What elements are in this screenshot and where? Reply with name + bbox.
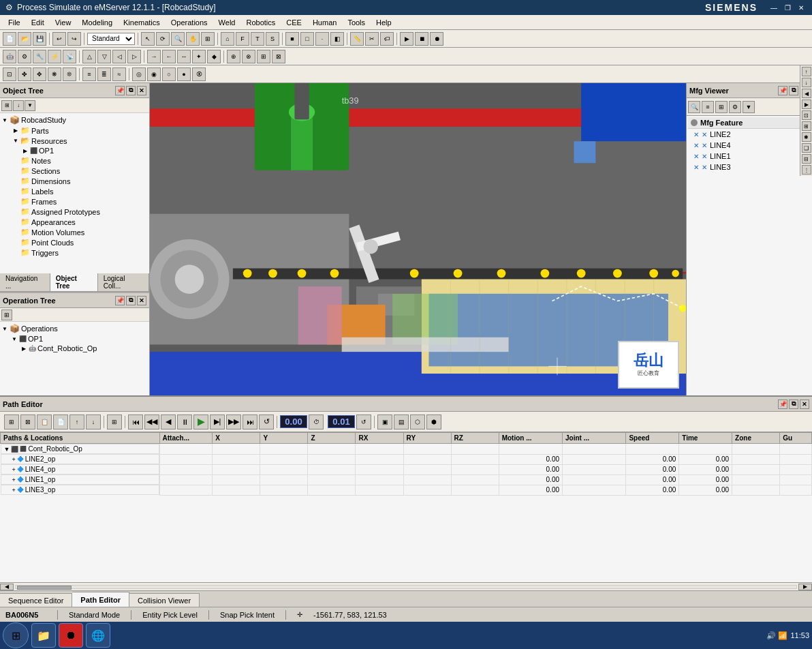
op-tree-float-btn[interactable]: ⧉ bbox=[126, 296, 136, 305]
measure-btn[interactable]: 📏 bbox=[350, 32, 364, 46]
menu-cee[interactable]: CEE bbox=[281, 17, 307, 28]
sim-btn4[interactable]: ▷ bbox=[127, 50, 141, 63]
menu-help[interactable]: Help bbox=[371, 17, 397, 28]
menu-kinematics[interactable]: Kinematics bbox=[118, 17, 166, 28]
toggle-robcadstudy[interactable]: ▼ bbox=[1, 117, 8, 123]
mode-dropdown[interactable]: Standard bbox=[87, 33, 135, 45]
menu-robotics[interactable]: Robotics bbox=[240, 17, 281, 28]
row3-expand[interactable]: + bbox=[12, 477, 16, 483]
tree-node-operations[interactable]: ▼ 📦 Operations bbox=[1, 323, 148, 334]
mfg-row-line2[interactable]: ✕ ✕ LINE2 bbox=[688, 129, 811, 140]
mfg-tb-settings[interactable]: ⚙ bbox=[729, 101, 741, 113]
home-view-btn[interactable]: ⌂ bbox=[221, 32, 234, 46]
zoom-btn[interactable]: 🔍 bbox=[171, 32, 185, 46]
tab-sequence-editor[interactable]: Sequence Editor bbox=[0, 593, 72, 607]
sim-btn3[interactable]: ◁ bbox=[112, 50, 126, 63]
menu-weld[interactable]: Weld bbox=[213, 17, 241, 28]
display-btn1[interactable]: ◎ bbox=[132, 67, 146, 81]
toggle-resources[interactable]: ▼ bbox=[12, 138, 19, 145]
wire-btn[interactable]: □ bbox=[300, 32, 314, 46]
robot-btn4[interactable]: ⚡ bbox=[48, 50, 61, 63]
tree-node-motion-volumes[interactable]: ▶ 📁 Motion Volumes bbox=[1, 227, 148, 237]
pe-pause[interactable]: ⏸ bbox=[177, 414, 192, 429]
filter-btn1[interactable]: ≡ bbox=[82, 67, 96, 81]
weld-btn1[interactable]: ⊕ bbox=[227, 50, 240, 63]
viewport-3d[interactable]: tb39 岳山 匠心教育 bbox=[150, 83, 686, 395]
media-button[interactable]: ⏺ bbox=[59, 623, 83, 648]
pe-tb-rec4[interactable]: ⬢ bbox=[426, 414, 441, 429]
pe-step-back[interactable]: ◀◀ bbox=[144, 414, 159, 429]
rt-btn3[interactable]: ◀ bbox=[802, 89, 811, 98]
tree-node-frames[interactable]: ▶ 📁 Frames bbox=[1, 196, 148, 207]
pe-tb-btn3[interactable]: 📋 bbox=[37, 414, 52, 429]
obj-tree-close-btn[interactable]: ✕ bbox=[137, 86, 146, 95]
open-btn[interactable]: 📂 bbox=[18, 32, 31, 46]
sim-btn2[interactable]: ▽ bbox=[97, 50, 111, 63]
tag-btn[interactable]: 🏷 bbox=[380, 32, 394, 46]
rt-btn5[interactable]: ⊡ bbox=[802, 110, 811, 120]
path-btn2[interactable]: ← bbox=[162, 50, 176, 63]
pe-play[interactable]: ▶ bbox=[193, 414, 208, 429]
robot-btn1[interactable]: 🤖 bbox=[3, 50, 16, 63]
robot-btn5[interactable]: 📡 bbox=[63, 50, 76, 63]
tree-node-point-clouds[interactable]: ▶ 📁 Point Clouds bbox=[1, 237, 148, 247]
play-btn[interactable]: ▶ bbox=[400, 32, 413, 46]
redo-btn[interactable]: ↪ bbox=[67, 32, 81, 46]
snap-btn5[interactable]: ❊ bbox=[63, 67, 76, 81]
pe-tb-btn2[interactable]: ⊠ bbox=[20, 414, 35, 429]
snap-btn2[interactable]: ✤ bbox=[18, 67, 31, 81]
pe-tb-rec2[interactable]: ▤ bbox=[394, 414, 409, 429]
tree-node-dimensions[interactable]: ▶ 📁 Dimensions bbox=[1, 176, 148, 186]
hscroll-right[interactable]: ▶ bbox=[798, 584, 812, 590]
fit-btn[interactable]: ⊞ bbox=[201, 32, 215, 46]
rt-btn2[interactable]: ↓ bbox=[802, 83, 811, 87]
row4-expand[interactable]: + bbox=[12, 487, 16, 494]
pe-step-fwd[interactable]: ▶▶ bbox=[226, 414, 241, 429]
menu-modeling[interactable]: Modeling bbox=[76, 17, 118, 28]
pe-tb-down[interactable]: ↓ bbox=[86, 414, 101, 429]
robot-btn2[interactable]: ⚙ bbox=[18, 50, 31, 63]
tree-node-resources[interactable]: ▼ 📂 Resources bbox=[1, 136, 148, 146]
stop-btn[interactable]: ⏹ bbox=[415, 32, 428, 46]
undo-btn[interactable]: ↩ bbox=[52, 32, 66, 46]
display-btn3[interactable]: ○ bbox=[162, 67, 176, 81]
start-button[interactable]: ⊞ bbox=[3, 622, 29, 648]
top-view-btn[interactable]: T bbox=[251, 32, 264, 46]
new-btn[interactable]: 📄 bbox=[3, 32, 16, 46]
display-btn2[interactable]: ◉ bbox=[147, 67, 161, 81]
rt-btn8[interactable]: ❑ bbox=[802, 143, 811, 153]
toggle-operations[interactable]: ▼ bbox=[1, 325, 8, 332]
pe-refresh-btn[interactable]: ↺ bbox=[356, 414, 371, 429]
menu-human[interactable]: Human bbox=[307, 17, 342, 28]
table-row-line1-op[interactable]: + 🔷 LINE1_op 0.00 0.00 bbox=[1, 474, 812, 485]
menu-view[interactable]: View bbox=[50, 17, 77, 28]
obj-tree-tb2[interactable]: ↓ bbox=[13, 100, 24, 111]
weld-btn4[interactable]: ⊠ bbox=[272, 50, 285, 63]
pe-go-start[interactable]: ⏮ bbox=[128, 414, 143, 429]
tab-navigation[interactable]: Navigation ... bbox=[0, 273, 50, 291]
pe-prev[interactable]: ◀ bbox=[161, 414, 176, 429]
weld-btn3[interactable]: ⊞ bbox=[257, 50, 270, 63]
tab-path-editor[interactable]: Path Editor bbox=[72, 592, 129, 607]
pe-go-end[interactable]: ⏭ bbox=[243, 414, 257, 429]
table-row-line2-op[interactable]: + 🔷 LINE2_op 0.00 0.00 bbox=[1, 454, 812, 464]
tree-node-assigned-proto[interactable]: ▶ 📁 Assigned Prototypes bbox=[1, 207, 148, 217]
rt-btn6[interactable]: ⊞ bbox=[802, 121, 811, 131]
tree-node-cont-robotic[interactable]: ▶ 🤖 Cont_Robotic_Op bbox=[1, 344, 148, 353]
menu-operations[interactable]: Operations bbox=[166, 17, 213, 28]
weld-btn2[interactable]: ⊗ bbox=[242, 50, 255, 63]
toggle-parts[interactable]: ▶ bbox=[12, 127, 19, 134]
tree-node-triggers[interactable]: ▶ 📁 Triggers bbox=[1, 247, 148, 258]
pe-pin-btn[interactable]: 📌 bbox=[778, 399, 787, 409]
point-btn[interactable]: · bbox=[315, 32, 329, 46]
toggle-op1[interactable]: ▶ bbox=[22, 147, 29, 154]
tree-node-op1[interactable]: ▶ ⬛ OP1 bbox=[1, 146, 148, 155]
select-btn[interactable]: ↖ bbox=[141, 32, 155, 46]
op-tree-close-btn[interactable]: ✕ bbox=[137, 296, 146, 305]
rt-btn10[interactable]: ⋮ bbox=[802, 165, 811, 175]
path-btn5[interactable]: ◆ bbox=[207, 50, 221, 63]
mfg-row-line4[interactable]: ✕ ✕ LINE4 bbox=[688, 140, 811, 151]
tab-logical-coll[interactable]: Logical Coll... bbox=[98, 273, 149, 291]
pe-tb-rec1[interactable]: ▣ bbox=[377, 414, 392, 429]
render-btn[interactable]: ■ bbox=[285, 32, 299, 46]
